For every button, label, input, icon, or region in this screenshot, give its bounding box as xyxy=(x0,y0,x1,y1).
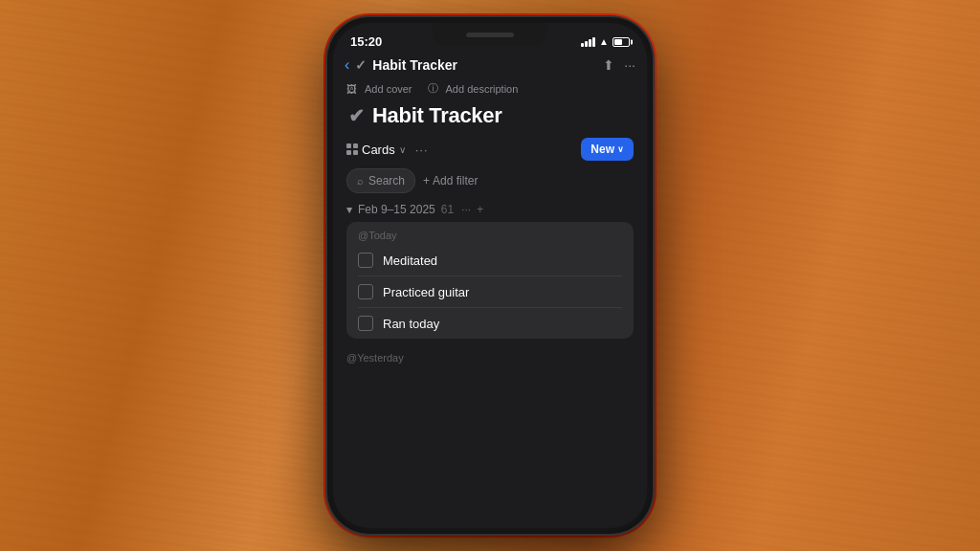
habit-label-meditated: Meditated xyxy=(383,253,437,268)
new-button[interactable]: New ∨ xyxy=(581,138,634,161)
nav-title: Habit Tracker xyxy=(372,57,597,73)
signal-icon xyxy=(581,37,595,47)
group-actions: ··· + xyxy=(461,203,483,216)
habit-label-guitar: Practiced guitar xyxy=(383,285,469,299)
list-item[interactable]: Meditated xyxy=(346,245,634,276)
add-filter-button[interactable]: + Add filter xyxy=(423,174,478,187)
add-filter-plus-icon: + xyxy=(423,174,430,187)
phone-screen: 15:20 ▲ ‹ ✓ Habit xyxy=(333,23,647,528)
search-button[interactable]: ⌕ Search xyxy=(346,168,415,193)
nav-check-icon: ✓ xyxy=(355,57,367,73)
group-header: ▶ Feb 9–15 2025 61 ··· + xyxy=(346,203,634,216)
page-title: Habit Tracker xyxy=(372,103,502,128)
add-cover-icon: 🖼 xyxy=(346,83,357,95)
add-cover-button[interactable]: Add cover xyxy=(365,83,412,95)
group-count: 61 xyxy=(441,203,454,216)
filter-row: ⌕ Search + Add filter xyxy=(346,168,634,193)
add-filter-label: Add filter xyxy=(433,174,478,187)
habit-checkbox-guitar[interactable] xyxy=(358,284,373,299)
title-check-icon: ✔ xyxy=(348,104,365,127)
habit-checkbox-ran[interactable] xyxy=(358,316,373,331)
yesterday-section: @Yesterday xyxy=(346,346,634,365)
wifi-icon: ▲ xyxy=(599,36,609,47)
status-time: 15:20 xyxy=(350,34,382,49)
page-title-row: ✔ Habit Tracker xyxy=(346,103,634,128)
group-date-range: Feb 9–15 2025 xyxy=(358,203,435,216)
cards-chevron: ∨ xyxy=(399,144,406,155)
speaker xyxy=(466,33,514,37)
habit-label-ran: Ran today xyxy=(383,317,439,331)
list-item[interactable]: Practiced guitar xyxy=(346,276,634,307)
cards-container: @Today Meditated Practiced guitar Ran to… xyxy=(346,222,634,339)
status-icons: ▲ xyxy=(581,36,630,47)
phone-frame: 15:20 ▲ ‹ ✓ Habit xyxy=(327,17,653,534)
new-chevron-icon: ∨ xyxy=(617,144,624,154)
search-label: Search xyxy=(368,174,405,187)
search-icon: ⌕ xyxy=(357,175,364,187)
habit-checkbox-meditated[interactable] xyxy=(358,253,373,268)
today-label: @Today xyxy=(346,222,634,245)
back-button[interactable]: ‹ xyxy=(345,56,349,74)
add-description-icon: ⓘ xyxy=(428,81,438,96)
new-label: New xyxy=(590,143,614,156)
share-button[interactable]: ⬆ xyxy=(603,57,614,73)
notch xyxy=(433,23,547,46)
battery-icon xyxy=(612,37,630,47)
view-controls: Cards ∨ ··· New ∨ xyxy=(346,138,634,161)
add-description-button[interactable]: Add description xyxy=(446,83,519,95)
content-area: 🖼 Add cover ⓘ Add description ✔ Habit Tr… xyxy=(333,81,647,365)
view-more-dots[interactable]: ··· xyxy=(415,143,429,157)
yesterday-label: @Yesterday xyxy=(346,346,634,365)
cards-label: Cards xyxy=(362,143,395,157)
view-left: Cards ∨ ··· xyxy=(346,143,429,157)
nav-actions: ⬆ ··· xyxy=(603,57,635,73)
cards-view-button[interactable]: Cards ∨ xyxy=(346,143,406,157)
group-add-button[interactable]: + xyxy=(477,203,483,216)
grid-icon xyxy=(346,143,358,155)
group-more-dots[interactable]: ··· xyxy=(461,203,471,216)
list-item[interactable]: Ran today xyxy=(346,308,634,339)
toolbar-row: 🖼 Add cover ⓘ Add description xyxy=(346,81,634,96)
nav-bar: ‹ ✓ Habit Tracker ⬆ ··· xyxy=(333,53,647,81)
more-button[interactable]: ··· xyxy=(624,57,635,73)
group-collapse-icon[interactable]: ▶ xyxy=(345,207,354,212)
